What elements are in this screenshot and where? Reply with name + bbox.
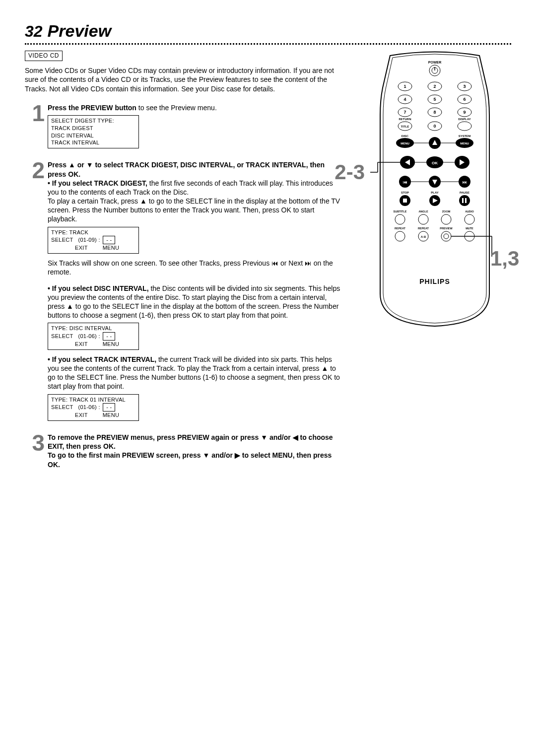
exit-label: EXIT: [75, 412, 88, 419]
system-label: SYSTEM: [459, 135, 471, 137]
svg-text:STOP: STOP: [401, 191, 409, 194]
ok-button: OK: [432, 161, 438, 165]
remote-illustration: 2-3 1,3 POWER 1 2 3 4 5 6: [370, 51, 499, 331]
svg-text:6: 6: [464, 97, 466, 102]
svg-text:MENU: MENU: [460, 142, 469, 145]
track-digest-para2: To play a certain Track, press ▲ to go t…: [48, 197, 344, 224]
osd-footer: EXIT MENU: [51, 341, 135, 348]
osd-line: TYPE: TRACK 01 INTERVAL: [51, 396, 135, 404]
media-tag: VIDEO CD: [25, 51, 63, 62]
svg-text:MENU: MENU: [401, 142, 409, 145]
osd-track: TYPE: TRACK SELECT (01-09) : - - EXIT ME…: [48, 227, 139, 254]
disc-interval-para: • If you select DISC INTERVAL, the Disc …: [48, 284, 344, 320]
step-number: 2: [25, 160, 48, 426]
number-pad: 1 2 3 4 5 6 7 8 9: [398, 82, 471, 117]
dash-box: - -: [103, 332, 115, 341]
svg-text:SUBTITLE: SUBTITLE: [394, 210, 407, 213]
callout-2-3: 2-3: [335, 159, 365, 186]
svg-point-74: [441, 231, 451, 241]
power-label: POWER: [428, 61, 441, 64]
osd-line: SELECT (01-06) : - -: [51, 403, 135, 412]
svg-text:ZOOM: ZOOM: [442, 210, 451, 213]
svg-rect-53: [403, 199, 407, 203]
osd-footer: EXIT MENU: [51, 244, 135, 252]
lead-bold: Press the PREVIEW button: [48, 104, 136, 112]
svg-text:⏮: ⏮: [403, 180, 407, 185]
exit-label: EXIT: [75, 341, 88, 348]
svg-text:PAUSE: PAUSE: [460, 191, 469, 194]
svg-text:4: 4: [404, 97, 406, 102]
svg-text:1: 1: [404, 84, 406, 89]
svg-point-25: [458, 122, 471, 131]
step-heading: Press ▲ or ▼ to select TRACK DIGEST, DIS…: [48, 160, 344, 178]
osd-line: TYPE: DISC INTERVAL: [51, 325, 135, 332]
svg-text:A-B: A-B: [421, 235, 426, 238]
step-2: 2 Press ▲ or ▼ to select TRACK DIGEST, D…: [25, 160, 344, 426]
track-digest-para: • If you select TRACK DIGEST, the first …: [48, 179, 344, 197]
svg-text:⏭: ⏭: [463, 180, 467, 185]
svg-text:7: 7: [404, 110, 406, 115]
osd-line: SELECT (01-06) : - -: [51, 332, 135, 341]
svg-text:PLAY: PLAY: [431, 191, 439, 194]
dash-box: - -: [103, 236, 115, 244]
step-number: 3: [25, 433, 48, 469]
callout-1-3: 1,3: [490, 245, 519, 273]
osd-track-interval: TYPE: TRACK 01 INTERVAL SELECT (01-06) :…: [48, 394, 139, 421]
svg-text:8: 8: [434, 110, 436, 115]
osd-line: SELECT DIGEST TYPE:: [51, 117, 135, 125]
svg-text:MUTE: MUTE: [466, 227, 474, 230]
step-instruction: Press the PREVIEW button to see the Prev…: [48, 103, 344, 112]
intro-paragraph: Some Video CDs or Super Video CDs may co…: [25, 66, 344, 93]
sel-label: SELECT: [51, 404, 73, 410]
osd-line: TYPE: TRACK: [51, 229, 135, 236]
step-line1: To remove the PREVIEW menus, press PREVI…: [48, 433, 344, 451]
brand-label: PHILIPS: [420, 277, 450, 285]
svg-rect-58: [465, 198, 467, 203]
osd-line: TRACK DIGEST: [51, 125, 135, 132]
osd-line: DISC INTERVAL: [51, 132, 135, 139]
svg-point-56: [459, 195, 470, 206]
page-number: 32: [25, 21, 43, 42]
svg-point-65: [441, 214, 451, 224]
svg-text:REPEAT: REPEAT: [395, 227, 406, 230]
svg-text:0: 0: [434, 124, 436, 129]
sel-label: SELECT: [51, 237, 73, 243]
menu-label: MENU: [103, 412, 120, 419]
svg-text:9: 9: [464, 110, 466, 115]
svg-text:5: 5: [434, 97, 436, 102]
svg-point-64: [418, 214, 428, 224]
sel-range: (01-06) :: [78, 333, 100, 339]
sel-range: (01-06) :: [78, 404, 100, 410]
svg-text:3: 3: [464, 84, 466, 89]
svg-text:REPEAT: REPEAT: [418, 227, 429, 230]
svg-text:TITLE: TITLE: [401, 125, 409, 128]
remote-svg: POWER 1 2 3 4 5 6 7 8 9 RETURN DISPLAY: [370, 51, 499, 329]
osd-select-digest: SELECT DIGEST TYPE: TRACK DIGEST DISC IN…: [48, 115, 139, 148]
sel-label: SELECT: [51, 333, 73, 339]
svg-text:AUDIO: AUDIO: [465, 210, 474, 213]
six-tracks-para: Six Tracks will show on one screen. To s…: [48, 259, 344, 276]
osd-line: SELECT (01-09) : - -: [51, 236, 135, 244]
svg-point-71: [395, 231, 405, 241]
lead-rest: to see the Preview menu.: [136, 104, 217, 112]
sel-range: (01-09) :: [78, 237, 100, 243]
exit-label: EXIT: [75, 244, 88, 252]
svg-point-66: [465, 214, 474, 224]
svg-text:2: 2: [434, 84, 436, 89]
page-header: 32 Preview: [25, 20, 511, 45]
ti-bold: • If you select TRACK INTERVAL,: [48, 355, 156, 363]
page-title: Preview: [48, 20, 112, 42]
td-bold: • If you select TRACK DIGEST,: [48, 179, 147, 187]
svg-text:ANGLE: ANGLE: [419, 210, 429, 213]
svg-point-63: [395, 214, 405, 224]
menu-label: MENU: [103, 341, 120, 348]
step-1: 1 Press the PREVIEW button to see the Pr…: [25, 103, 344, 154]
disc-label: DISC: [402, 135, 409, 137]
svg-rect-57: [462, 198, 464, 203]
osd-footer: EXIT MENU: [51, 412, 135, 419]
step-line2: To go to the first main PREVIEW screen, …: [48, 451, 344, 469]
dash-box: - -: [103, 403, 115, 412]
step-3: 3 To remove the PREVIEW menus, press PRE…: [25, 433, 344, 469]
menu-label: MENU: [103, 244, 120, 252]
osd-disc-interval: TYPE: DISC INTERVAL SELECT (01-06) : - -…: [48, 323, 139, 350]
